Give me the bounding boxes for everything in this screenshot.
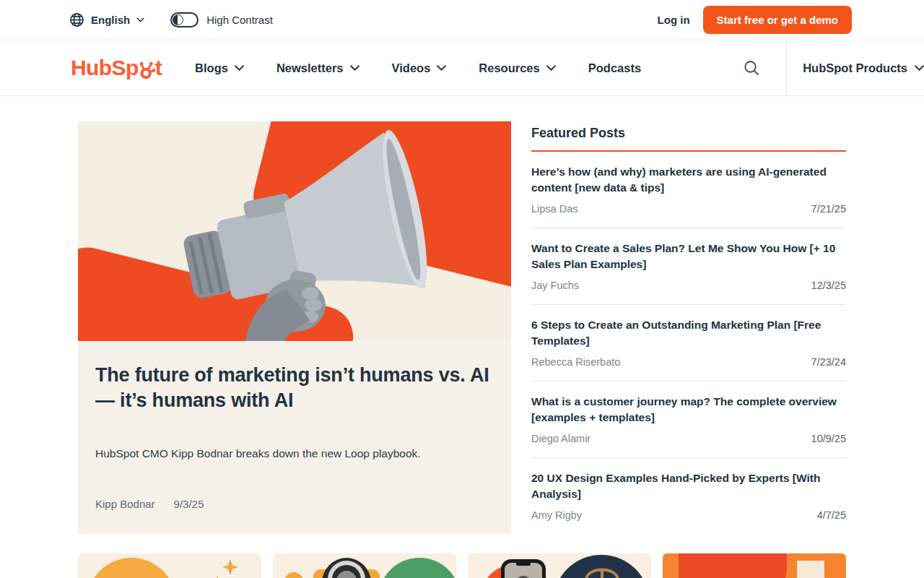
- post-date: 12/3/25: [811, 280, 846, 291]
- nav-divider: [786, 40, 787, 95]
- post-meta: Lipsa Das 7/21/25: [531, 203, 846, 215]
- post-title-link[interactable]: 6 Steps to Create an Outstanding Marketi…: [531, 317, 846, 349]
- post-title-link[interactable]: Here’s how (and why) marketers are using…: [531, 164, 846, 196]
- hero-meta: Kipp Bodnar 9/3/25: [95, 498, 494, 510]
- decor-red-shape: [679, 553, 787, 578]
- featured-posts-heading: Featured Posts: [531, 126, 846, 152]
- language-label: English: [91, 14, 130, 26]
- high-contrast-label: High Contrast: [206, 14, 273, 26]
- post-date: 7/21/25: [811, 203, 846, 215]
- hero-article-card[interactable]: The future of marketing isn’t humans vs.…: [78, 121, 511, 534]
- decor-cream-bar: [797, 561, 824, 578]
- contrast-toggle-knob: [173, 14, 183, 25]
- post-title-link[interactable]: 20 UX Design Examples Hand-Picked by Exp…: [531, 470, 846, 502]
- post-author: Amy Rigby: [531, 509, 582, 521]
- featured-post: What is a customer journey map? The comp…: [531, 381, 846, 458]
- nav-item-videos[interactable]: Videos: [392, 61, 447, 75]
- account-actions: Log in Start free or get a demo: [658, 6, 852, 34]
- post-title-link[interactable]: What is a customer journey map? The comp…: [531, 394, 846, 426]
- nav-item-label: Blogs: [195, 61, 228, 75]
- chevron-down-icon: [437, 65, 446, 71]
- promo-card-4[interactable]: [663, 553, 846, 578]
- sprocket-icon: [139, 61, 155, 80]
- promo-card-1[interactable]: [78, 553, 261, 578]
- search-button[interactable]: [740, 56, 763, 79]
- hero-description: HubSpot CMO Kipp Bodnar breaks down the …: [95, 446, 494, 462]
- megaphone-illustration: [78, 121, 511, 341]
- search-icon: [743, 59, 760, 77]
- nav-links: Blogs Newsletters Videos Resources Podca…: [195, 61, 641, 75]
- post-meta: Amy Rigby 4/7/25: [531, 509, 846, 521]
- nav-item-label: Newsletters: [276, 61, 344, 75]
- featured-post: 6 Steps to Create an Outstanding Marketi…: [531, 305, 846, 381]
- chevron-down-icon: [235, 65, 244, 71]
- post-author: Lipsa Das: [531, 203, 578, 215]
- globe-icon: [69, 12, 84, 27]
- language-selector[interactable]: English: [69, 12, 144, 27]
- post-date: 10/9/25: [811, 433, 846, 444]
- hubspot-products-menu[interactable]: HubSpot Products: [803, 61, 924, 75]
- utility-bar: English High Contrast Log in Start free …: [0, 0, 924, 40]
- sparkle-icon: [222, 559, 238, 575]
- decor-green-circle: [378, 558, 456, 578]
- nav-item-label: Podcasts: [588, 61, 641, 75]
- post-author: Diego Alamir: [531, 433, 590, 444]
- logo-text-suffix: t: [155, 57, 162, 79]
- chevron-down-icon: [915, 65, 924, 71]
- alarm-clock-illustration: [566, 559, 638, 578]
- high-contrast-control: High Contrast: [170, 12, 273, 27]
- featured-posts-panel: Featured Posts Here’s how (and why) mark…: [531, 121, 846, 534]
- hero-title[interactable]: The future of marketing isn’t humans vs.…: [95, 363, 494, 413]
- logo-text-prefix: HubSp: [71, 57, 139, 79]
- chevron-down-icon: [136, 17, 144, 22]
- featured-post: 20 UX Design Examples Hand-Picked by Exp…: [531, 458, 846, 534]
- promo-cards-row: [78, 553, 846, 578]
- nav-item-label: Videos: [392, 61, 431, 75]
- main-content: The future of marketing isn’t humans vs.…: [0, 96, 924, 534]
- promo-card-3[interactable]: [468, 553, 651, 578]
- hero-date: 9/3/25: [174, 498, 204, 510]
- chevron-down-icon: [350, 65, 359, 71]
- decor-amber-circle: [284, 572, 303, 578]
- promo-card-2[interactable]: [273, 553, 456, 578]
- chevron-down-icon: [546, 65, 556, 71]
- post-meta: Jay Fuchs 12/3/25: [531, 280, 846, 291]
- hero-text-block: The future of marketing isn’t humans vs.…: [78, 341, 511, 510]
- high-contrast-toggle[interactable]: [170, 12, 199, 27]
- featured-post: Here’s how (and why) marketers are using…: [531, 152, 846, 228]
- hero-author: Kipp Bodnar: [95, 498, 155, 510]
- post-meta: Diego Alamir 10/9/25: [531, 433, 846, 444]
- nav-item-label: Resources: [479, 61, 539, 75]
- featured-post: Want to Create a Sales Plan? Let Me Show…: [531, 228, 846, 305]
- hubspot-logo[interactable]: HubSp t: [71, 57, 162, 79]
- decor-amber-circle: [87, 558, 176, 578]
- post-date: 7/23/24: [811, 356, 846, 368]
- nav-item-newsletters[interactable]: Newsletters: [276, 61, 359, 75]
- phone-illustration: [501, 559, 546, 578]
- nav-item-podcasts[interactable]: Podcasts: [588, 61, 641, 75]
- post-date: 4/7/25: [817, 509, 846, 521]
- products-label: HubSpot Products: [803, 61, 907, 75]
- nav-item-resources[interactable]: Resources: [479, 61, 555, 75]
- post-title-link[interactable]: Want to Create a Sales Plan? Let Me Show…: [531, 241, 846, 272]
- start-free-button[interactable]: Start free or get a demo: [703, 6, 852, 34]
- post-meta: Rebecca Riserbato 7/23/24: [531, 356, 846, 368]
- post-author: Rebecca Riserbato: [531, 356, 620, 368]
- main-navigation: HubSp t Blogs Newsletters: [0, 40, 924, 96]
- nav-item-blogs[interactable]: Blogs: [195, 61, 244, 75]
- post-author: Jay Fuchs: [531, 280, 579, 291]
- login-link[interactable]: Log in: [658, 14, 690, 26]
- hero-image: [78, 121, 511, 341]
